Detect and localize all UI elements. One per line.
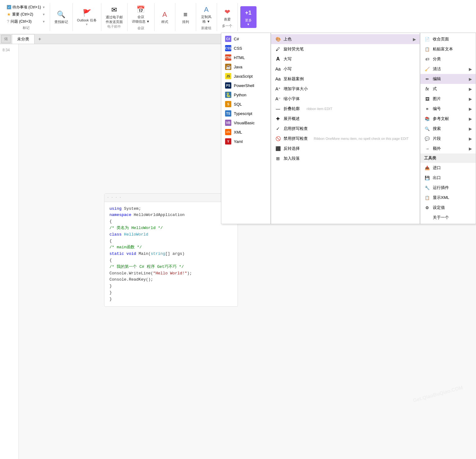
more-button[interactable]: +1 更多 ▼ xyxy=(240,6,256,28)
code-block: · · · · ◁▷ using System; namespace Hello… xyxy=(104,193,238,307)
sidebar-label-text: 储 xyxy=(4,37,8,41)
rm-clean[interactable]: 🧹 清洁 ▶ xyxy=(420,64,476,74)
menu-invert[interactable]: ⬛ 反转选择 xyxy=(271,144,420,154)
import-label: 进口 xyxy=(433,165,441,171)
extra-arrow: ▶ xyxy=(469,146,472,151)
menu-lowercase[interactable]: Aa 小写 xyxy=(271,64,420,74)
lang-javascript[interactable]: JS JavaScript xyxy=(221,71,270,81)
find-tag-button[interactable]: 🔍 查找标记 xyxy=(53,8,70,25)
lang-yaml[interactable]: Y Yaml xyxy=(221,137,270,146)
menu-fontup[interactable]: A⁺ 增加字体大小 xyxy=(271,84,420,94)
lang-sql[interactable]: S SQL xyxy=(221,99,270,109)
ts-label: Typescript xyxy=(234,111,252,116)
lang-powershell[interactable]: PS PowerShell xyxy=(221,81,270,90)
menu-fontdown[interactable]: A⁻ 缩小字体 xyxy=(271,94,420,104)
rm-search[interactable]: 🔍 搜索 ▶ xyxy=(420,124,476,134)
code-line-10: /* 我的第一个 C# 程序 Get巧不巧 */ xyxy=(109,264,233,270)
menu-expand[interactable]: ✚ 展开概述 xyxy=(271,114,420,124)
outlook-button[interactable]: 🚩 Outlook 任务 ▼ xyxy=(75,7,99,27)
tab-add-button[interactable]: + xyxy=(35,35,44,43)
custom-button[interactable]: A 定制风 格 ▼ xyxy=(199,3,214,25)
plugin-label: 运行插件 xyxy=(433,185,449,190)
meeting-label: 会议 xyxy=(137,15,144,19)
rm-about[interactable]: 关于一个 xyxy=(420,213,476,223)
extra-label: 额外 xyxy=(433,146,441,151)
rm-export[interactable]: 💾 出口 xyxy=(420,173,476,183)
sort-label: 排列 xyxy=(182,20,189,24)
collapse-edit: ribbon item EDIT xyxy=(305,107,332,111)
style-label: 样式 xyxy=(161,20,168,24)
rm-tools-header: 工具类 xyxy=(420,154,476,163)
email-button[interactable]: ✉ 通过电子邮 件发送页面 电子邮件 xyxy=(104,4,125,30)
invert-icon: ⬛ xyxy=(275,145,281,152)
menu-uppercase[interactable]: A 大写 xyxy=(271,54,420,64)
csharp-icon: C# xyxy=(225,36,231,42)
rm-run-plugin[interactable]: 🔧 运行插件 xyxy=(420,183,476,193)
csharp-label: C# xyxy=(234,37,239,41)
num-icon: ≡ xyxy=(424,106,430,112)
sort-button[interactable]: ≡ 排列 xyxy=(178,8,193,25)
num-label: 编号 xyxy=(433,106,441,112)
tab-unclassified[interactable]: 未分类 xyxy=(12,34,35,44)
segment-icon: 💬 xyxy=(424,135,430,142)
rm-formula[interactable]: fx 式 ▶ xyxy=(420,84,476,94)
fav-button[interactable]: ❤ 喜爱 xyxy=(220,6,235,23)
fontup-icon: A⁺ xyxy=(275,86,281,92)
lang-html[interactable]: HTML HTML xyxy=(221,53,270,62)
menu-add-para[interactable]: ⊞ 加入段落 xyxy=(271,154,420,163)
toolbar-group-style: A 样式 xyxy=(155,3,175,31)
toolbar-group-outlook: 🚩 Outlook 任务 ▼ xyxy=(73,3,101,31)
collapse-icon: — xyxy=(275,106,281,112)
email-sublabel: 电子邮件 xyxy=(107,24,121,29)
vb-label: VisualBasic xyxy=(234,121,255,125)
rm-classify[interactable]: 🏷 分类 xyxy=(420,54,476,64)
rm-import[interactable]: 📥 进口 xyxy=(420,163,476,173)
menu-highlighter[interactable]: 🖊 旋转荧光笔 xyxy=(271,44,420,54)
sidebar-collapse-label[interactable]: 储 xyxy=(1,35,11,43)
lang-python[interactable]: 🐍 Python xyxy=(221,90,270,99)
toolbar: ✓ 待办事项 (Ctrl+1) ▼ ★ 重要 (Ctrl+2) ▼ ? 问题 (… xyxy=(0,0,476,34)
lang-css[interactable]: CSS CSS xyxy=(221,44,270,53)
menu-collapse[interactable]: — 折叠轮廓 ribbon item EDIT xyxy=(271,104,420,114)
rm-edit[interactable]: ✏ 编辑 ▶ xyxy=(420,74,476,84)
spell-on-label: 启用拼写检查 xyxy=(284,126,308,131)
menu-spellcheck-off[interactable]: 🚫 禁用拼写检查 Ribbon OneMore menu item, no sp… xyxy=(271,134,420,144)
menu-color[interactable]: 🎨 上色 ▶ xyxy=(271,34,420,44)
question-button[interactable]: ? 问题 (Ctrl+3) ▼ xyxy=(5,18,47,25)
toolbar-group-sort: ≡ 排列 xyxy=(175,3,196,31)
uppercase-label: 大写 xyxy=(284,56,292,62)
tag-buttons: ✓ 待办事项 (Ctrl+1) ▼ ★ 重要 (Ctrl+2) ▼ ? 问题 (… xyxy=(5,4,47,25)
rm-paste-rich[interactable]: 📋 粘贴富文本 xyxy=(420,44,476,54)
export-label: 出口 xyxy=(433,175,441,181)
clean-icon: 🧹 xyxy=(424,66,430,72)
ref-arrow: ▶ xyxy=(469,117,472,121)
menu-spellcheck-on[interactable]: ✓ 启用拼写检查 xyxy=(271,124,420,134)
lang-typescript[interactable]: TS Typescript xyxy=(221,109,270,118)
rm-show-xml[interactable]: 📋 显示XML xyxy=(420,193,476,203)
code-body: using System; namespace HelloWorldApplic… xyxy=(104,202,238,306)
uppercase-icon: A xyxy=(275,56,281,62)
meeting-button[interactable]: 📅 会议 详细信息 ▼ xyxy=(130,3,152,25)
todo-button[interactable]: ✓ 待办事项 (Ctrl+1) ▼ xyxy=(5,4,47,11)
question-label: 问题 (Ctrl+3) xyxy=(11,19,32,24)
rm-image[interactable]: 🖼 图片 ▶ xyxy=(420,94,476,104)
rm-reference[interactable]: 📚 参考文献 ▶ xyxy=(420,114,476,124)
fontup-label: 增加字体大小 xyxy=(284,86,308,92)
spell-on-icon: ✓ xyxy=(275,126,281,132)
lang-vb[interactable]: VB VisualBasic xyxy=(221,118,270,127)
lang-xml[interactable]: </> XML xyxy=(221,127,270,137)
lang-java[interactable]: ☕ Java xyxy=(221,62,270,71)
style-button[interactable]: A 样式 xyxy=(157,8,173,25)
rm-segment[interactable]: 💬 片段 ▶ xyxy=(420,134,476,144)
expand-icon: ✚ xyxy=(275,116,281,122)
lang-csharp[interactable]: C# C# xyxy=(221,34,270,44)
todo-chevron: ▼ xyxy=(42,6,45,9)
important-button[interactable]: ★ 重要 (Ctrl+2) ▼ xyxy=(5,11,47,18)
rm-extra[interactable]: → 额外 ▶ xyxy=(420,144,476,154)
rm-numbering[interactable]: ≡ 编号 ▶ xyxy=(420,104,476,114)
rm-collect[interactable]: 📄 收合页面 xyxy=(420,34,476,44)
menu-titlecase[interactable]: Aa 至标题案例 xyxy=(271,74,420,84)
color-label: 上色 xyxy=(284,36,292,42)
rm-settings[interactable]: ⚙ 设定值 xyxy=(420,203,476,213)
expand-label: 展开概述 xyxy=(284,116,300,122)
